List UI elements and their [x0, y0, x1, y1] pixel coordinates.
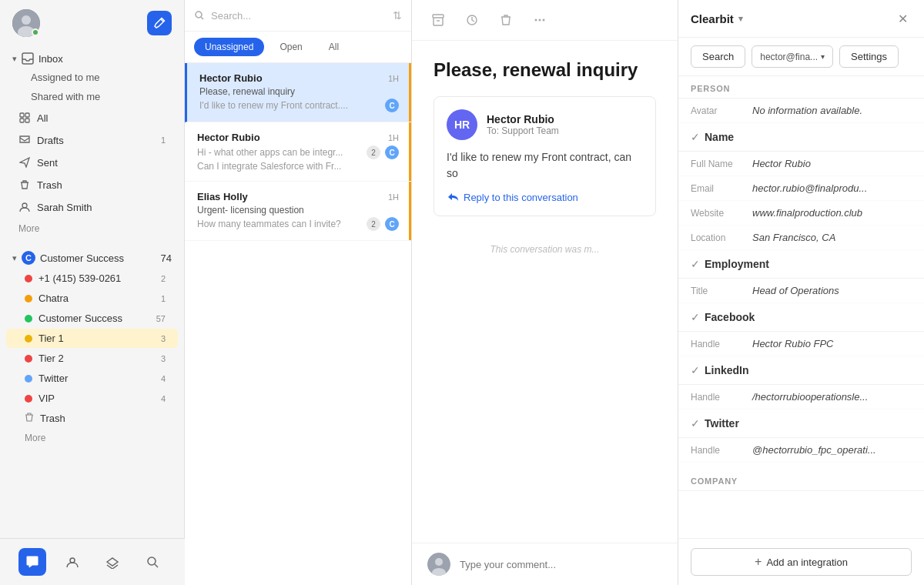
svg-point-15: [539, 19, 541, 22]
sidebar-nav: ▾ Inbox Assigned to me Shared with me: [0, 46, 184, 585]
more2-label: More: [25, 433, 45, 443]
twitter-section[interactable]: ✓ Twitter: [678, 410, 924, 438]
assigned-to-me-item[interactable]: Assigned to me: [6, 68, 184, 87]
email-field-value: hector.rubio@finalprodu...: [752, 182, 912, 194]
email-dropdown-value: hector@fina...: [760, 52, 818, 62]
layers-icon-btn[interactable]: [99, 548, 126, 576]
search-bottom-icon-btn[interactable]: [139, 548, 166, 576]
sarah-smith-item[interactable]: Sarah Smith: [6, 196, 178, 218]
conv-preview: How many teammates can I invite? 2 C: [197, 217, 399, 231]
cs-sub-item-label: Tier 2: [38, 353, 155, 364]
delete-icon[interactable]: [495, 9, 517, 31]
search-button[interactable]: Search: [691, 45, 745, 68]
cs-sub-item[interactable]: Tier 13: [6, 329, 178, 348]
cs-sub-item-count: 1: [161, 294, 166, 303]
assigned-to-me-label: Assigned to me: [31, 72, 100, 83]
facebook-section[interactable]: ✓ Facebook: [678, 303, 924, 332]
email-dropdown[interactable]: hector@fina... ▾: [752, 45, 833, 68]
sender-avatar: HR: [447, 109, 477, 140]
chat-icon-btn[interactable]: [18, 548, 46, 576]
fb-handle-value: Hector Rubio FPC: [752, 338, 912, 349]
conv-badge: C: [385, 99, 399, 112]
more2-item[interactable]: More: [0, 429, 184, 447]
conv-count: 2: [367, 217, 380, 231]
email-dropdown-btn[interactable]: hector@fina... ▾: [752, 45, 833, 68]
priority-stripe: [409, 182, 411, 240]
search-icon: [194, 10, 205, 21]
name-section[interactable]: ✓ Name: [678, 123, 924, 152]
conv-preview-text: How many teammates can I invite?: [197, 219, 341, 229]
all-nav-item[interactable]: All: [6, 107, 178, 129]
linkedin-section[interactable]: ✓ LinkedIn: [678, 356, 924, 385]
sender-to: To: Support Team: [487, 125, 559, 136]
cs-sub-item-count: 3: [161, 354, 166, 363]
tab-unassigned[interactable]: Unassigned: [194, 38, 264, 56]
customer-success-group[interactable]: ▾ C Customer Success 74: [0, 245, 184, 268]
drafts-count: 1: [161, 135, 166, 145]
company-section-header: COMPANY: [678, 469, 924, 491]
right-footer: + Add an integration: [678, 538, 924, 585]
drafts-nav-item[interactable]: Drafts 1: [6, 129, 178, 151]
title-label: Title: [691, 285, 752, 296]
all-icon: [18, 112, 31, 124]
add-integration-label: Add an integration: [766, 557, 848, 568]
more-label: More: [18, 223, 166, 234]
add-integration-button[interactable]: + Add an integration: [691, 548, 912, 576]
cs-sub-item[interactable]: Trash: [6, 409, 178, 428]
comment-input[interactable]: [460, 559, 662, 570]
conv-time: 1H: [388, 74, 399, 83]
conv-item[interactable]: Hector Rubio 1H Hi - what other apps can…: [185, 122, 411, 182]
tab-all[interactable]: All: [318, 38, 350, 56]
archive-icon[interactable]: [427, 9, 449, 31]
search-bar: ⇅: [185, 0, 411, 32]
close-button[interactable]: ✕: [893, 9, 912, 28]
dot-icon: [25, 375, 32, 383]
cs-sub-item[interactable]: Twitter4: [6, 369, 178, 388]
more-nav-item[interactable]: More: [6, 219, 178, 239]
sent-nav-item[interactable]: Sent: [6, 152, 178, 173]
svg-rect-5: [25, 113, 29, 117]
search-input[interactable]: [211, 10, 387, 22]
tw-handle-value: @hectorrubio_fpc_operati...: [752, 444, 912, 456]
person-icon: [18, 201, 31, 213]
contact-icon-btn[interactable]: [59, 548, 86, 576]
tab-open[interactable]: Open: [269, 38, 313, 56]
cs-sub-item[interactable]: Tier 23: [6, 349, 178, 368]
cs-sub-item[interactable]: Chatra1: [6, 289, 178, 308]
tw-handle-label: Handle: [691, 444, 752, 456]
full-name-row: Full Name Hector Rubio: [678, 152, 924, 176]
conv-item[interactable]: Hector Rubio 1H Please, renewal inquiry …: [185, 63, 411, 122]
right-actions: Search hector@fina... ▾ Settings: [678, 38, 924, 76]
more-icon[interactable]: [529, 9, 551, 31]
reply-link[interactable]: Reply to this conversation: [447, 191, 643, 203]
trash-icon: [18, 179, 31, 191]
trash-nav-item[interactable]: Trash: [6, 174, 178, 196]
cs-sub-item[interactable]: VIP4: [6, 389, 178, 408]
drafts-icon: [18, 134, 31, 146]
conv-item[interactable]: Elias Holly 1H Urgent- licensing questio…: [185, 182, 411, 241]
conversation-ended: This conversation was m...: [434, 229, 656, 270]
svg-rect-4: [20, 113, 24, 117]
right-panel: Clearbit ▾ ✕ Search hector@fina... ▾ Set…: [678, 0, 924, 585]
conv-time: 1H: [388, 192, 399, 202]
settings-button[interactable]: Settings: [839, 45, 899, 68]
priority-stripe: [409, 122, 411, 181]
cs-sub-item[interactable]: Customer Success57: [6, 309, 178, 328]
cs-sub-item[interactable]: +1 (415) 539-02612: [6, 269, 178, 288]
conv-sender-name: Elias Holly: [197, 191, 248, 202]
clock-icon[interactable]: [461, 9, 483, 31]
inbox-group-header[interactable]: ▾ Inbox: [0, 46, 184, 68]
cs-sub-item-label: Tier 1: [38, 333, 155, 344]
employment-section[interactable]: ✓ Employment: [678, 250, 924, 279]
shared-with-me-item[interactable]: Shared with me: [6, 87, 184, 106]
conv-preview-text: Hi - what other apps can be integr...: [197, 147, 343, 158]
clearbit-title[interactable]: Clearbit ▾: [691, 12, 743, 25]
conv-sub-preview: Can I integrate Salesforce with Fr...: [197, 161, 399, 172]
dot-icon: [25, 355, 32, 363]
svg-point-1: [22, 15, 31, 25]
check-icon: ✓: [691, 364, 700, 376]
sort-icon[interactable]: ⇅: [393, 9, 402, 22]
compose-button[interactable]: [147, 11, 172, 35]
priority-stripe: [409, 63, 411, 122]
inbox-chevron: ▾: [12, 54, 17, 64]
